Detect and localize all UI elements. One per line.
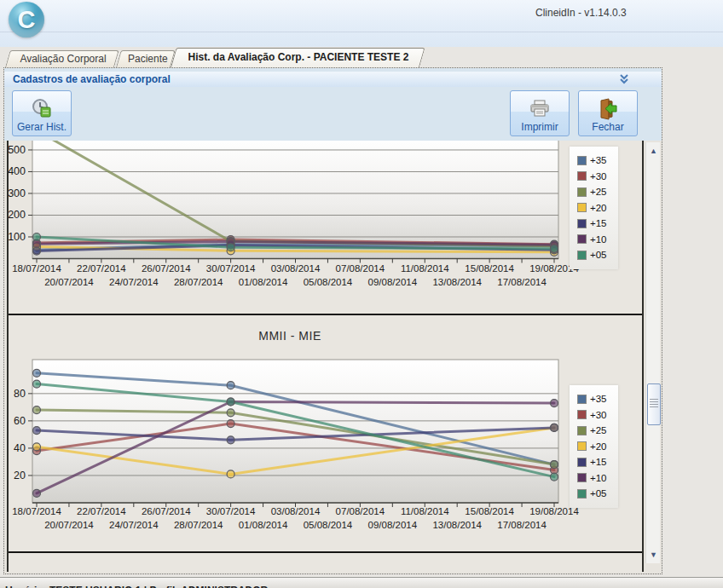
x-tick-label: 22/07/2014: [77, 263, 126, 274]
data-point-+05: [33, 380, 41, 388]
y-tick-label: 60: [14, 415, 26, 427]
y-tick-label: 20: [14, 470, 26, 481]
legend-swatch: [577, 473, 587, 482]
legend-row: +20: [577, 439, 618, 455]
legend-row: +35: [577, 153, 618, 169]
x-tick-label: 09/08/2014: [368, 277, 418, 287]
legend-row: +10: [577, 470, 618, 487]
x-tick-label: 13/08/2014: [432, 277, 482, 287]
x-tick-label: 30/07/2014: [206, 506, 256, 516]
y-tick-label: 400: [9, 165, 26, 177]
data-point-+30: [227, 420, 234, 428]
tab-label: Avaliação Corporal: [5, 50, 114, 67]
x-tick-label: 05/08/2014: [304, 277, 353, 287]
data-point-+10: [33, 489, 41, 497]
data-point-+05: [551, 473, 558, 481]
legend-label: +15: [590, 218, 607, 228]
y-tick-label: 200: [9, 209, 26, 221]
legend-label: +10: [590, 234, 607, 245]
x-tick-label: 15/08/2014: [465, 506, 514, 516]
gerar-hist-label: Gerar Hist.: [17, 121, 67, 133]
legend-swatch: [577, 441, 587, 451]
x-tick-label: 01/08/2014: [239, 277, 288, 287]
fechar-button[interactable]: Fechar: [578, 90, 638, 136]
legend-swatch: [577, 426, 587, 435]
scroll-up-arrow-icon[interactable]: ▲: [646, 144, 661, 158]
legend-row: +05: [577, 486, 618, 502]
data-point-+35: [227, 382, 234, 389]
fechar-label: Fechar: [592, 121, 623, 133]
x-tick-label: 11/08/2014: [401, 506, 449, 516]
gerar-hist-button[interactable]: Gerar Hist.: [12, 90, 72, 136]
legend-swatch: [577, 251, 587, 260]
x-tick-label: 15/08/2014: [465, 263, 514, 274]
y-tick-label: 40: [14, 442, 26, 454]
scrollbar-grip: [650, 399, 658, 409]
legend-label: +35: [590, 155, 607, 165]
scrollbar-thumb[interactable]: [647, 383, 661, 425]
legend-row: +05: [577, 247, 618, 263]
x-tick-label: 11/08/2014: [401, 263, 449, 274]
legend-label: +30: [590, 171, 607, 182]
window-title: ClineidIn - v1.14.0.3: [535, 7, 627, 19]
status-bar-text: Usuário: TESTE USUARIO 1 | Perfil: ADMIN…: [5, 585, 723, 588]
tab-label: Hist. da Avaliação Corp. - PACIENTE TEST…: [171, 48, 419, 67]
x-tick-label: 17/08/2014: [497, 277, 547, 287]
legend-row: +30: [577, 407, 618, 424]
data-point-+15: [551, 424, 558, 431]
data-point-+15: [33, 247, 41, 255]
legend-label: +30: [590, 410, 607, 420]
tab-3[interactable]: Hist. da Avaliação Corp. - PACIENTE TEST…: [171, 48, 419, 67]
x-tick-label: 03/08/2014: [271, 263, 321, 274]
legend-swatch: [577, 410, 587, 419]
x-tick-label: 20/07/2014: [44, 277, 94, 287]
x-tick-label: 18/07/2014: [12, 263, 61, 274]
tab-1[interactable]: Avaliação Corporal: [5, 50, 114, 67]
legend-row: +35: [577, 391, 618, 407]
legend-label: +15: [590, 457, 607, 467]
data-point-+25: [227, 409, 234, 417]
chart-upper-section: 10020030040050018/07/201420/07/201422/07…: [9, 141, 642, 314]
collapse-chevron-icon[interactable]: [617, 73, 631, 85]
x-tick-label: 05/08/2014: [304, 520, 353, 530]
x-tick-label: 03/08/2014: [271, 506, 321, 516]
legend-swatch: [577, 156, 587, 165]
mmii-mie-line-chart: 2040608018/07/201420/07/201422/07/201424…: [9, 315, 642, 551]
legend-row: +25: [577, 184, 618, 200]
data-point-+35: [33, 369, 41, 377]
app-logo: C: [9, 2, 44, 37]
data-point-+20: [227, 470, 234, 478]
legend-swatch: [577, 171, 587, 181]
status-bar: Usuário: TESTE USUARIO 1 | Perfil: ADMIN…: [0, 577, 723, 588]
x-tick-label: 28/07/2014: [174, 520, 223, 530]
imprimir-button[interactable]: Imprimir: [510, 90, 570, 136]
legend-row: +15: [577, 454, 618, 470]
legend-row: +15: [577, 216, 618, 232]
legend-label: +10: [590, 473, 607, 483]
x-tick-label: 17/08/2014: [497, 520, 547, 530]
legend-label: +20: [590, 441, 607, 452]
x-tick-label: 07/08/2014: [336, 263, 385, 274]
legend-swatch: [577, 203, 587, 212]
x-tick-label: 09/08/2014: [368, 520, 418, 530]
y-tick-label: 80: [14, 388, 26, 400]
mmii-mie-chart-legend: +35+30+25+20+15+10+05: [570, 385, 618, 508]
x-tick-label: 30/07/2014: [206, 263, 256, 274]
exit-door-icon: [596, 97, 620, 121]
x-tick-label: 13/08/2014: [432, 520, 482, 530]
legend-swatch: [577, 489, 587, 499]
legend-swatch: [577, 234, 587, 244]
panel-header-title: Cadastros de avaliação corporal: [13, 73, 171, 85]
x-tick-label: 01/08/2014: [239, 520, 288, 530]
legend-label: +25: [590, 425, 607, 435]
x-tick-label: 22/07/2014: [77, 506, 126, 516]
data-point-+05: [227, 244, 234, 251]
vertical-scrollbar[interactable]: ▲ ▼: [645, 142, 660, 563]
tab-2[interactable]: Paciente: [116, 50, 171, 67]
data-point-+15: [227, 436, 234, 444]
next-chart-stub: [9, 551, 642, 570]
scroll-down-arrow-icon[interactable]: ▼: [646, 548, 661, 562]
imprimir-label: Imprimir: [521, 121, 558, 133]
legend-swatch: [577, 458, 587, 467]
legend-label: +20: [590, 203, 607, 213]
